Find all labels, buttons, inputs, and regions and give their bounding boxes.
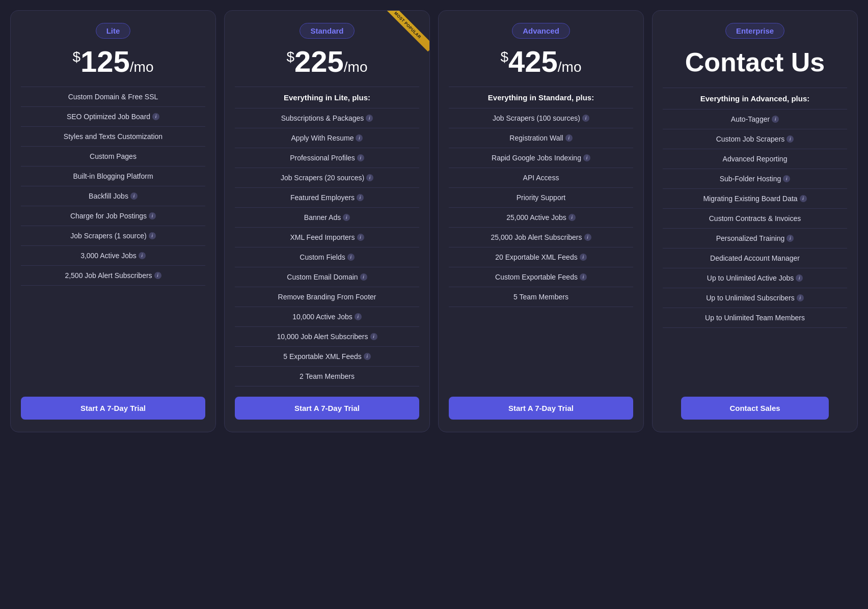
start-trial-button[interactable]: Start A 7-Day Trial [21,397,205,420]
feature-text: Custom Pages [90,152,137,160]
feature-item: API Access [449,168,633,187]
feature-item: Built-in Blogging Platform [21,166,205,186]
feature-text: Priority Support [517,193,565,202]
cta-button-container: Start A 7-Day Trial [449,397,633,420]
feature-item: Dedicated Account Manager [663,248,847,268]
feature-text: 2 Team Members [300,372,355,380]
feature-text: Custom Email Domain [287,273,358,281]
info-icon[interactable]: i [139,252,146,259]
info-icon[interactable]: i [772,116,779,123]
feature-text: 10,000 Active Jobs [292,313,352,321]
info-icon[interactable]: i [568,214,576,221]
price-display: $425/mo [449,47,633,76]
info-icon[interactable]: i [130,192,138,200]
feature-item: Job Scrapers (100 sources)i [449,108,633,128]
feature-text: 2,500 Job Alert Subscribers [65,271,152,280]
feature-text: Sub-Folder Hosting [720,175,781,183]
feature-item: Custom Pages [21,146,205,166]
feature-text: SEO Optimized Job Board [67,113,150,121]
feature-item: Remove Branding From Footer [235,287,419,307]
feature-item: Charge for Job Postingsi [21,206,205,226]
feature-text: Built-in Blogging Platform [73,172,153,180]
info-icon[interactable]: i [796,274,803,282]
feature-text: 5 Exportable XML Feeds [283,352,362,361]
feature-list: Custom Domain & Free SSLSEO Optimized Jo… [21,87,205,386]
pricing-card-standard: Standard$225/moEverything in Lite, plus:… [224,10,430,432]
feature-item: Banner Adsi [235,207,419,227]
info-icon[interactable]: i [797,294,804,301]
info-icon[interactable]: i [800,195,807,202]
info-icon[interactable]: i [582,115,589,122]
feature-text: 3,000 Active Jobs [80,252,137,260]
feature-item: 2 Team Members [235,366,419,386]
feature-text: Backfill Jobs [89,192,128,200]
info-icon[interactable]: i [584,234,591,241]
badge-container: Lite [21,23,205,39]
info-icon[interactable]: i [154,272,161,279]
feature-list: Subscriptions & PackagesiApply With Resu… [235,108,419,386]
info-icon[interactable]: i [357,154,364,161]
cta-button-container: Start A 7-Day Trial [21,397,205,420]
feature-list: Auto-TaggeriCustom Job ScrapersiAdvanced… [663,109,847,386]
info-icon[interactable]: i [149,212,156,219]
feature-item: Custom Domain & Free SSL [21,87,205,106]
feature-item: XML Feed Importersi [235,227,419,247]
plan-badge-advanced: Advanced [512,23,570,39]
info-icon[interactable]: i [565,134,573,142]
info-icon[interactable]: i [357,234,364,241]
feature-item: Sub-Folder Hostingi [663,169,847,188]
feature-text: Job Scrapers (100 sources) [493,114,580,122]
info-icon[interactable]: i [580,254,587,261]
info-icon[interactable]: i [783,175,790,182]
everything-label: Everything in Advanced, plus: [663,88,847,109]
everything-label: Everything in Standard, plus: [449,87,633,108]
feature-item: Priority Support [449,187,633,207]
feature-text: 5 Team Members [513,293,568,301]
info-icon[interactable]: i [583,154,590,161]
feature-text: Custom Fields [300,253,345,261]
info-icon[interactable]: i [152,113,159,120]
feature-item: Apply With Resumei [235,128,419,148]
feature-text: Personalized Training [716,234,785,242]
info-icon[interactable]: i [343,214,350,221]
feature-text: Job Scrapers (1 source) [70,232,146,240]
feature-text: Registration Wall [509,134,563,142]
info-icon[interactable]: i [364,353,371,360]
plan-badge-lite: Lite [96,23,131,39]
currency-symbol: $ [72,49,80,65]
info-icon[interactable]: i [347,254,355,261]
info-icon[interactable]: i [355,313,362,320]
info-icon[interactable]: i [786,135,794,143]
contact-label: Contact Us [663,47,847,77]
most-popular-banner [384,11,429,57]
feature-item: Job Scrapers (20 sources)i [235,168,419,187]
feature-text: 25,000 Active Jobs [506,213,566,222]
plan-badge-enterprise: Enterprise [725,23,784,39]
info-icon[interactable]: i [357,194,364,201]
feature-item: 2,500 Job Alert Subscribersi [21,265,205,286]
start-trial-button[interactable]: Start A 7-Day Trial [449,397,633,420]
start-trial-button[interactable]: Start A 7-Day Trial [235,397,419,420]
info-icon[interactable]: i [149,232,156,239]
feature-item: Up to Unlimited Subscribersi [663,288,847,308]
info-icon[interactable]: i [786,235,794,242]
feature-item: Rapid Google Jobs Indexingi [449,148,633,168]
feature-text: Remove Branding From Footer [278,293,376,301]
feature-text: Apply With Resume [291,134,354,142]
feature-text: Up to Unlimited Active Jobs [707,274,794,282]
feature-text: Advanced Reporting [723,155,788,163]
feature-item: Advanced Reporting [663,149,847,169]
feature-text: Auto-Tagger [731,115,770,123]
contact-sales-button[interactable]: Contact Sales [681,397,829,420]
info-icon[interactable]: i [370,333,377,340]
feature-text: XML Feed Importers [290,233,355,241]
info-icon[interactable]: i [366,115,373,122]
feature-item: Styles and Texts Customization [21,126,205,146]
price-period: /mo [344,59,368,75]
info-icon[interactable]: i [356,134,363,142]
info-icon[interactable]: i [580,273,587,281]
info-icon[interactable]: i [366,174,373,181]
feature-item: SEO Optimized Job Boardi [21,106,205,126]
info-icon[interactable]: i [360,273,367,281]
price-container: $125/mo [21,47,205,76]
